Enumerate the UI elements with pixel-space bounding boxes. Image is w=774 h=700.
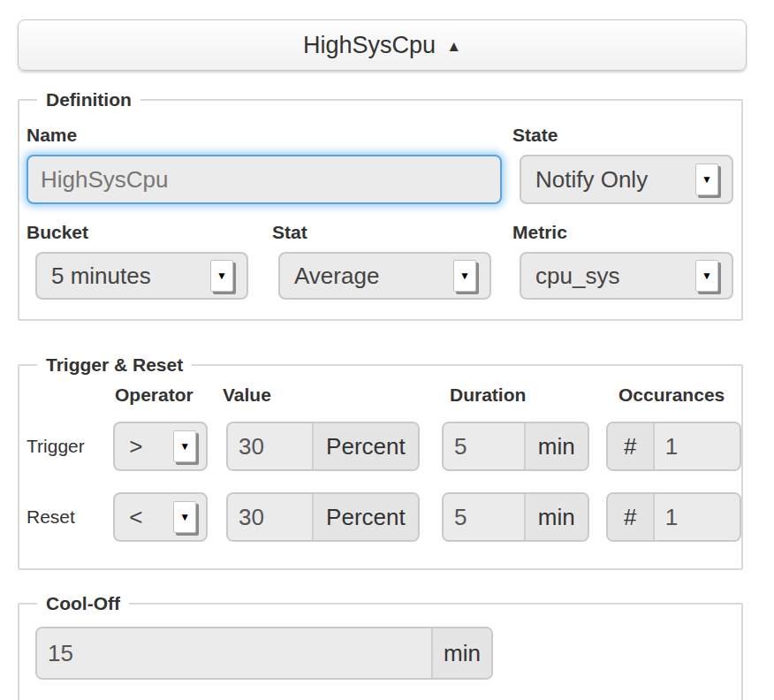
reset-duration-group: min xyxy=(442,492,589,542)
cool-off-legend: Cool-Off xyxy=(37,593,129,614)
collapse-caret-icon: ▲ xyxy=(446,39,461,54)
cool-off-input[interactable] xyxy=(37,628,431,678)
reset-row-label: Reset xyxy=(27,506,113,528)
value-header: Value xyxy=(223,384,450,406)
reset-operator-select[interactable]: < ▼ xyxy=(113,492,208,542)
trigger-reset-headers: Operator Value Duration Occurances xyxy=(19,384,741,406)
reset-value-group: Percent xyxy=(226,492,420,542)
bucket-select[interactable]: 5 minutes ▼ xyxy=(35,252,248,300)
panel-title: HighSysCpu xyxy=(303,32,436,59)
duration-header: Duration xyxy=(450,384,618,406)
trigger-operator-select[interactable]: > ▼ xyxy=(113,422,208,471)
dropdown-arrow-icon: ▼ xyxy=(695,260,718,292)
trigger-value-input[interactable] xyxy=(228,423,312,469)
reset-duration-unit: min xyxy=(524,494,588,540)
operator-header: Operator xyxy=(115,384,223,406)
name-input[interactable] xyxy=(27,155,502,204)
trigger-duration-input[interactable] xyxy=(444,423,524,469)
dropdown-arrow-icon: ▼ xyxy=(210,260,233,292)
trigger-occurances-prefix: # xyxy=(608,423,655,469)
definition-legend: Definition xyxy=(37,89,140,110)
state-label: State xyxy=(512,125,558,146)
stat-select[interactable]: Average ▼ xyxy=(278,252,491,300)
trigger-row-label: Trigger xyxy=(27,436,113,457)
trigger-occurances-input[interactable] xyxy=(655,423,740,469)
definition-labels-row-1: Name State xyxy=(27,125,741,146)
name-label: Name xyxy=(27,125,512,146)
metric-label: Metric xyxy=(512,222,567,243)
state-select[interactable]: Notify Only ▼ xyxy=(520,155,733,204)
trigger-duration-unit: min xyxy=(524,423,588,469)
cool-off-unit: min xyxy=(431,628,491,678)
definition-section: Definition Name State Notify Only ▼ Buck… xyxy=(18,89,743,321)
occurances-header: Occurances xyxy=(618,384,725,406)
state-select-value: Notify Only xyxy=(535,166,695,194)
stat-label: Stat xyxy=(272,222,512,243)
dropdown-arrow-icon: ▼ xyxy=(453,260,476,292)
trigger-row: Trigger > ▼ Percent min # xyxy=(27,422,741,471)
reset-value-unit: Percent xyxy=(312,494,418,540)
reset-occurances-input[interactable] xyxy=(655,494,740,540)
trigger-operator-value: > xyxy=(129,433,173,460)
trigger-reset-legend: Trigger & Reset xyxy=(37,354,192,376)
trigger-value-group: Percent xyxy=(226,422,420,471)
reset-occurances-prefix: # xyxy=(608,494,655,540)
stat-select-value: Average xyxy=(294,262,453,290)
reset-operator-value: < xyxy=(129,504,173,531)
bucket-select-value: 5 minutes xyxy=(51,262,210,290)
metric-select[interactable]: cpu_sys ▼ xyxy=(520,252,733,300)
definition-controls-row-1: Notify Only ▼ xyxy=(27,155,741,204)
cool-off-group: min xyxy=(35,627,493,680)
trigger-value-unit: Percent xyxy=(312,423,418,469)
bucket-label: Bucket xyxy=(27,222,272,243)
definition-controls-row-2: 5 minutes ▼ Average ▼ cpu_sys ▼ xyxy=(35,252,741,300)
panel-toggle-button[interactable]: HighSysCpu ▲ xyxy=(18,19,747,71)
metric-select-value: cpu_sys xyxy=(535,262,695,290)
trigger-reset-section: Trigger & Reset Operator Value Duration … xyxy=(18,354,743,570)
trigger-duration-group: min xyxy=(442,422,589,471)
dropdown-arrow-icon: ▼ xyxy=(173,501,196,533)
reset-row: Reset < ▼ Percent min # xyxy=(27,492,741,542)
dropdown-arrow-icon: ▼ xyxy=(173,430,196,462)
dropdown-arrow-icon: ▼ xyxy=(695,164,718,195)
cool-off-section: Cool-Off min xyxy=(18,593,743,700)
trigger-occurances-group: # xyxy=(606,422,741,471)
definition-labels-row-2: Bucket Stat Metric xyxy=(27,222,741,243)
reset-value-input[interactable] xyxy=(228,494,312,540)
reset-duration-input[interactable] xyxy=(444,494,524,540)
reset-occurances-group: # xyxy=(606,492,741,542)
